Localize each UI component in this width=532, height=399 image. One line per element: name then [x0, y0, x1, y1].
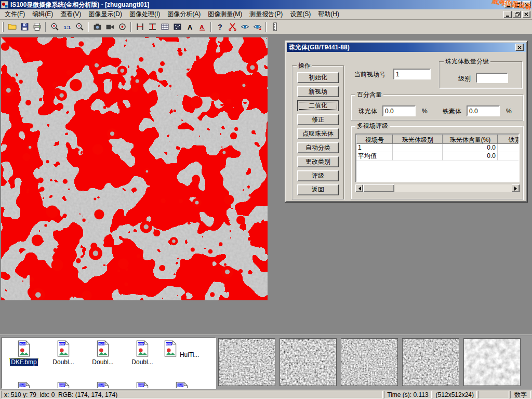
file-item[interactable]: BMP Doubl...	[84, 340, 122, 366]
grid-button[interactable]	[158, 21, 171, 33]
cut-button[interactable]	[226, 21, 238, 33]
change-class-button[interactable]: 更改类别	[297, 156, 339, 167]
scrollbar-track[interactable]	[394, 184, 512, 192]
svg-text:BMP: BMP	[138, 342, 144, 345]
menu-image-display[interactable]: 图像显示(D)	[85, 9, 126, 20]
measure-height-button[interactable]	[146, 21, 158, 33]
level-input[interactable]	[476, 73, 508, 83]
ferrite-percent-input[interactable]	[467, 105, 500, 116]
scroll-left-button[interactable]	[355, 184, 363, 192]
eye-icon	[241, 22, 249, 31]
table-horizontal-scrollbar[interactable]	[355, 184, 520, 192]
toolbar-separator	[265, 22, 267, 32]
target-button[interactable]	[116, 21, 128, 33]
image-thumbnail[interactable]	[402, 338, 459, 386]
auto-classify-button[interactable]: 自动分类	[297, 142, 339, 153]
mdi-minimize-button[interactable]	[503, 11, 512, 18]
bmp-file-icon: BMP	[96, 382, 110, 389]
compare-button[interactable]	[251, 21, 263, 33]
bmp-file-icon: BMP	[136, 340, 149, 357]
svg-text:1:1: 1:1	[63, 24, 71, 30]
menu-file[interactable]: 文件(F)	[1, 9, 29, 20]
pick-pearlite-button[interactable]: 点取珠光体	[297, 128, 339, 139]
zoom-out-button[interactable]	[73, 21, 86, 33]
col-ferrite-content[interactable]: 铁素体含量(%)	[498, 135, 520, 144]
current-field-input[interactable]	[393, 69, 431, 79]
help-button[interactable]: ?	[214, 21, 226, 33]
image-thumbnail[interactable]	[463, 338, 521, 386]
file-list[interactable]: BMP DKF.bmp BMP Doubl... BMP	[1, 337, 216, 389]
file-item[interactable]: BMP Doubl...	[45, 340, 82, 366]
toolbar: 1:1 A A	[0, 20, 532, 34]
scrollbar-thumb[interactable]	[363, 184, 394, 192]
zoom-out-icon	[75, 22, 84, 31]
rate-button[interactable]: 评级	[297, 170, 339, 181]
menu-settings[interactable]: 设置(S)	[286, 9, 314, 20]
file-name: HuiTi...	[179, 351, 201, 358]
col-pearlite-grade[interactable]: 珠光体级别	[393, 135, 443, 144]
table-row[interactable]: 1 0.0	[356, 144, 518, 152]
image-thumbnail[interactable]	[341, 338, 398, 386]
image-thumbnail[interactable]	[280, 338, 337, 386]
preview-button[interactable]	[238, 21, 251, 33]
dialog-close-icon	[517, 46, 522, 49]
init-button[interactable]: 初始化	[297, 72, 339, 83]
menu-image-process[interactable]: 图像处理(I)	[126, 9, 164, 20]
bmp-file-icon: BMP	[175, 382, 189, 389]
toolbar-grip[interactable]	[2, 22, 4, 32]
menu-view[interactable]: 查看(V)	[57, 9, 85, 20]
zoom-in-button[interactable]	[48, 21, 61, 33]
print-button[interactable]	[31, 21, 43, 33]
table-row[interactable]: 平均值 0.0	[356, 152, 518, 161]
menu-report[interactable]: 测量报告(P)	[246, 9, 286, 20]
dialog-titlebar[interactable]: 珠光体(GB/T9441-88)	[287, 43, 526, 52]
camera-capture-button[interactable]	[91, 21, 103, 33]
actual-size-button[interactable]: 1:1	[61, 21, 73, 33]
menu-image-measure[interactable]: 图像测量(M)	[204, 9, 246, 20]
video-button[interactable]	[103, 21, 116, 33]
file-item-partial[interactable]: BMP	[124, 382, 161, 389]
open-folder-icon	[8, 22, 17, 31]
video-camera-icon	[105, 22, 114, 31]
correct-button[interactable]: 修正	[297, 114, 339, 125]
window-title: IS100显微摄像系统(金相分析版) - [zhuguangti01]	[10, 1, 149, 9]
col-field-number[interactable]: 视场号	[356, 135, 393, 144]
ruler-button[interactable]	[269, 21, 281, 33]
file-item[interactable]: BMP Doubl...	[124, 340, 161, 366]
col-pearlite-content[interactable]: 珠光体含量(%)	[443, 135, 498, 144]
pearlite-percent-input[interactable]	[382, 105, 416, 116]
svg-text:BMP: BMP	[20, 342, 26, 345]
binarize-button[interactable]: 二值化	[297, 100, 339, 111]
image-thumbnail[interactable]	[218, 338, 275, 386]
save-icon	[20, 22, 29, 31]
scroll-right-button[interactable]	[512, 184, 520, 192]
mdi-restore-button[interactable]	[513, 11, 521, 18]
metallograph-image[interactable]	[1, 37, 268, 300]
menu-help[interactable]: 帮助(H)	[314, 9, 343, 20]
new-field-button[interactable]: 新视场	[297, 86, 339, 97]
mdi-close-button[interactable]	[522, 11, 530, 18]
count-button[interactable]	[171, 21, 183, 33]
file-item-partial[interactable]: BMP	[84, 382, 122, 389]
file-item-partial[interactable]: BMP	[45, 382, 82, 389]
cell-ferrite	[498, 152, 520, 161]
open-button[interactable]	[6, 21, 18, 33]
file-item-partial[interactable]: BMP	[5, 382, 43, 389]
file-item-partial[interactable]: BMP	[163, 382, 201, 389]
app-icon	[1, 1, 8, 8]
actual-size-icon: 1:1	[63, 22, 72, 31]
file-name: DKF.bmp	[10, 358, 37, 366]
save-button[interactable]	[18, 21, 31, 33]
return-button[interactable]: 返回	[297, 184, 339, 195]
file-item[interactable]: BMP DKF.bmp	[5, 340, 43, 366]
font-button[interactable]: A	[196, 21, 208, 33]
thumbnail-strip	[218, 338, 521, 386]
measure-width-button[interactable]	[134, 21, 146, 33]
multifield-table[interactable]: 视场号 珠光体级别 珠光体含量(%) 铁素体含量(%) 1 0.0 平均值	[355, 134, 520, 182]
file-item[interactable]: BMP HuiTi...	[163, 340, 201, 358]
text-button[interactable]: A	[183, 21, 196, 33]
dialog-close-button[interactable]	[515, 44, 524, 51]
menu-image-analyze[interactable]: 图像分析(A)	[164, 9, 204, 20]
cell-ferrite	[498, 144, 520, 152]
menu-edit[interactable]: 编辑(E)	[29, 9, 57, 20]
